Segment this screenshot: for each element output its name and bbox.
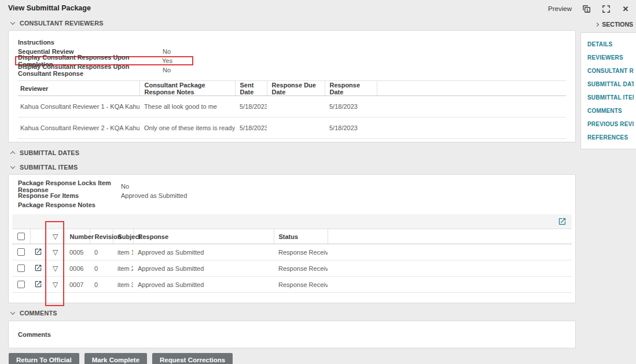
row-filter-icon[interactable]: ▽ xyxy=(53,264,58,273)
comments-card: Comments xyxy=(8,321,576,348)
table-row: Kahua Consultant Reviewer 2 - KQA Kahua … xyxy=(18,117,566,139)
sections-panel: SECTIONS DETAILS REVIEWERS CONSULTANT RE… xyxy=(580,21,636,149)
svg-text:1: 1 xyxy=(586,7,589,12)
field-package-response-locks: Package Response Locks Item Response No xyxy=(18,182,566,191)
col-status[interactable]: Status xyxy=(274,229,328,244)
sections-link-consultant-reviewers[interactable]: CONSULTANT REVIEW.. xyxy=(587,64,634,78)
col-response-due-date[interactable]: Response Due Date xyxy=(267,81,325,96)
row-checkbox[interactable] xyxy=(17,248,25,256)
sections-link-details[interactable]: DETAILS xyxy=(587,38,634,51)
table-row: ▽ 0005 0 item 1 Approved as Submitted Re… xyxy=(12,244,572,260)
sections-link-previous-revisions[interactable]: PREVIOUS REVISIONS xyxy=(587,117,634,131)
col-sent-date[interactable]: Sent Date xyxy=(235,81,267,96)
sections-nav: DETAILS REVIEWERS CONSULTANT REVIEW.. SU… xyxy=(580,32,636,149)
row-checkbox[interactable] xyxy=(17,281,25,288)
comments-label: Comments xyxy=(18,331,51,338)
window-controls: Preview 1 ✕ xyxy=(548,0,631,17)
fullscreen-icon[interactable] xyxy=(601,3,611,14)
request-corrections-button[interactable]: Request Corrections xyxy=(152,353,233,364)
reviewers-table: Reviewer Consultant Package Response Not… xyxy=(18,80,566,139)
chevron-down-icon xyxy=(10,310,15,314)
table-row: Kahua Consultant Reviewer 1 - KQA Kahua … xyxy=(18,96,566,117)
filter-icon[interactable]: ▽ xyxy=(53,233,58,241)
consultant-reviewers-card: Instructions Sequential Review No Displa… xyxy=(8,30,576,142)
sections-link-submittal-dates[interactable]: SUBMITTAL DATES xyxy=(587,78,634,91)
mark-complete-button[interactable]: Mark Complete xyxy=(84,353,147,364)
sections-link-comments[interactable]: COMMENTS xyxy=(587,104,634,117)
row-checkbox[interactable] xyxy=(17,264,25,272)
chevron-right-icon xyxy=(595,22,599,26)
select-all-checkbox[interactable] xyxy=(17,233,25,240)
col-notes[interactable]: Consultant Package Response Notes xyxy=(139,81,235,96)
chevron-down-icon xyxy=(10,164,15,168)
return-to-official-button[interactable]: Return To Official xyxy=(9,353,79,364)
close-icon[interactable]: ✕ xyxy=(620,3,631,14)
title-bar: View Submittal Package xyxy=(0,0,636,16)
form-body: CONSULTANT REVIEWERS Instructions Sequen… xyxy=(8,16,576,364)
open-item-icon[interactable] xyxy=(34,248,42,256)
row-filter-icon[interactable]: ▽ xyxy=(53,248,58,256)
col-response-date[interactable]: Response Date xyxy=(325,81,377,96)
sections-link-submittal-items[interactable]: SUBMITTAL ITEMS xyxy=(587,91,634,104)
preview-button[interactable]: Preview xyxy=(548,5,572,12)
open-item-icon[interactable] xyxy=(34,264,42,272)
items-table-wrap: ▽ Number Revision Subject Response Statu… xyxy=(12,229,572,303)
section-header-submittal-items[interactable]: SUBMITTAL ITEMS xyxy=(8,160,576,174)
reviewers-table-header: Reviewer Consultant Package Response Not… xyxy=(18,81,566,96)
footer-actions: Return To Official Mark Complete Request… xyxy=(9,353,576,364)
open-item-icon[interactable] xyxy=(34,280,42,288)
submittal-items-table: ▽ Number Revision Subject Response Statu… xyxy=(12,229,572,293)
open-in-new-icon[interactable] xyxy=(558,217,567,226)
section-header-submittal-dates[interactable]: SUBMITTAL DATES xyxy=(8,146,576,160)
preview-pages-icon[interactable]: 1 xyxy=(581,3,591,14)
field-package-response-notes: Package Response Notes xyxy=(18,200,566,209)
field-response-for-items: Response For Items Approved as Submitted xyxy=(18,191,566,200)
field-instructions: Instructions xyxy=(18,38,566,47)
col-response[interactable]: Response xyxy=(133,229,274,244)
submittal-items-card: Package Response Locks Item Response No … xyxy=(8,174,576,303)
section-header-comments[interactable]: COMMENTS xyxy=(8,306,576,320)
col-reviewer[interactable]: Reviewer xyxy=(18,81,139,96)
sections-panel-toggle[interactable]: SECTIONS xyxy=(580,21,636,28)
sections-link-references[interactable]: REFERENCES xyxy=(587,131,634,144)
items-table-header: ▽ Number Revision Subject Response Statu… xyxy=(12,229,572,244)
chevron-down-icon xyxy=(10,20,15,24)
table-row: ▽ 0006 0 item 2 Approved as Submitted Re… xyxy=(12,260,572,277)
section-header-consultant-reviewers[interactable]: CONSULTANT REVIEWERS xyxy=(8,16,576,30)
sections-link-reviewers[interactable]: REVIEWERS xyxy=(587,51,634,64)
table-footer-space xyxy=(12,293,572,303)
field-display-responses-consultant-response: Display Consultant Responses Upon Consul… xyxy=(18,65,566,75)
row-filter-icon[interactable]: ▽ xyxy=(53,281,58,289)
items-table-toolbar xyxy=(12,214,572,229)
page-title: View Submittal Package xyxy=(8,4,91,12)
chevron-up-icon xyxy=(10,151,15,156)
table-row: ▽ 0007 0 item 3 Approved as Submitted Re… xyxy=(12,277,572,293)
col-number[interactable]: Number xyxy=(65,229,90,244)
